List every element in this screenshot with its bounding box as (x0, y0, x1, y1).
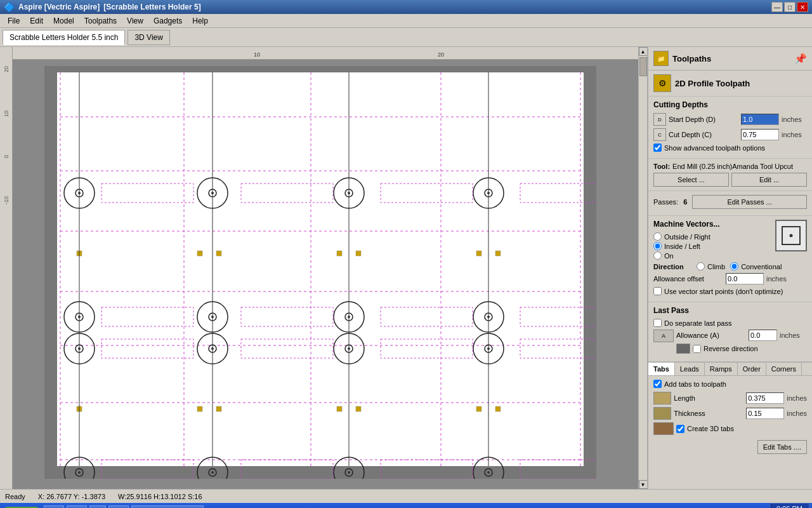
add-tabs-checkbox[interactable] (653, 380, 662, 388)
tool-section: Tool: End Mill (0.25 inch)Amanda Tool Up… (648, 159, 812, 191)
maximize-button[interactable]: □ (784, 2, 796, 12)
machine-vectors-section: Machine Vectors... Outside / Right Insid… (648, 216, 812, 302)
toolbar: Scrabble Letters Holder 5.5 inch 3D View (0, 28, 812, 47)
right-panel: 📁 Toolpaths 📌 ⚙ 2D Profile Toolpath Cutt… (647, 47, 812, 489)
cut-depth-row: C Cut Depth (C) inches (653, 128, 807, 141)
tab-corners[interactable]: Corners (766, 363, 802, 375)
on-radio[interactable] (653, 251, 662, 260)
tabs-thickness-row: Thickness inches (653, 407, 807, 420)
edit-tabs-button[interactable]: Edit Tabs .... (757, 440, 807, 454)
do-separate-row: Do separate last pass (653, 319, 807, 327)
lp-icon-a: A (653, 330, 674, 342)
tool-row: Tool: End Mill (0.25 inch)Amanda Tool Up… (653, 163, 807, 170)
taskbar: ⊞ Start 🌐 📁 ▶ 🔵 🔷 Aspire [Vectric... 🔊 🌐… (0, 503, 812, 508)
menu-help[interactable]: Help (187, 15, 213, 27)
menu-view[interactable]: View (122, 15, 148, 27)
menu-toolpaths[interactable]: Toolpaths (79, 15, 122, 27)
panel-title: Toolpaths (672, 54, 711, 64)
last-pass-allowance-input[interactable] (749, 330, 777, 341)
panel-header: 📁 Toolpaths 📌 (648, 47, 812, 70)
status-coordinates: X: 26.7677 Y: -1.3873 (38, 493, 105, 500)
scroll-down-arrow[interactable]: ▼ (639, 480, 648, 489)
taskbar-media-icon[interactable]: ▶ (89, 505, 106, 508)
panel-pin-icon[interactable]: 📌 (794, 53, 807, 65)
tab-ramps[interactable]: Ramps (705, 363, 738, 375)
allowance-offset-input[interactable] (726, 273, 764, 284)
direction-label: Direction (653, 263, 691, 271)
tabs-length-input[interactable] (746, 392, 784, 404)
close-button[interactable]: ✕ (797, 2, 808, 12)
tabs-thickness-label: Thickness (674, 410, 743, 417)
taskbar-chrome-icon[interactable]: 🔵 (108, 505, 129, 508)
climb-radio[interactable] (697, 262, 705, 271)
status-dimensions: W:25.9116 H:13.1012 S:16 (118, 493, 202, 500)
on-label: On (664, 252, 674, 260)
add-tabs-label: Add tabs to toolpath (664, 380, 726, 388)
show-advanced-row: Show advanced toolpath options (653, 144, 807, 152)
tab-3dview[interactable]: 3D View (128, 30, 169, 45)
taskbar-app-icon[interactable]: 🔷 Aspire [Vectric... (131, 505, 204, 508)
outside-right-radio[interactable] (653, 232, 662, 241)
cut-depth-label: Cut Depth (C) (669, 131, 738, 138)
create-3d-tabs-checkbox[interactable] (676, 425, 684, 433)
taskbar-ie-icon[interactable]: 🌐 (44, 505, 64, 508)
vector-start-points-checkbox[interactable] (653, 287, 662, 295)
machine-vectors-options: Outside / Right Inside / Left On (653, 232, 775, 260)
edit-tool-button[interactable]: Edit ... (731, 173, 807, 187)
menu-edit[interactable]: Edit (25, 15, 48, 27)
tabs-content: Add tabs to toolpath Length inches Thick… (648, 376, 812, 458)
passes-row: Passes: 6 Edit Passes ... (653, 195, 807, 209)
menu-gadgets[interactable]: Gadgets (148, 15, 187, 27)
show-advanced-checkbox[interactable] (653, 144, 662, 152)
tab-order[interactable]: Order (738, 363, 766, 375)
mv-dot (790, 234, 793, 237)
tabs-length-label: Length (674, 394, 743, 402)
canvas-content[interactable] (13, 60, 638, 489)
tab-scrabble[interactable]: Scrabble Letters Holder 5.5 inch (3, 30, 125, 45)
start-depth-label: Start Depth (D) (669, 116, 738, 123)
add-tabs-row: Add tabs to toolpath (653, 380, 807, 388)
tabs-thickness-icon (653, 407, 671, 420)
edit-passes-button[interactable]: Edit Passes ... (692, 195, 807, 209)
reverse-direction-row: Reverse direction (676, 344, 800, 354)
menu-model[interactable]: Model (48, 15, 79, 27)
vertical-scrollbar[interactable]: ▲ ▼ (638, 47, 647, 489)
select-tool-button[interactable]: Select ... (653, 173, 729, 187)
outside-right-label: Outside / Right (664, 233, 710, 241)
inside-left-radio[interactable] (653, 242, 662, 250)
menu-bar: File Edit Model Toolpaths View Gadgets H… (0, 14, 812, 28)
tab-tabs[interactable]: Tabs (648, 363, 675, 375)
last-pass-title: Last Pass (653, 306, 807, 315)
do-separate-checkbox[interactable] (653, 319, 662, 327)
conventional-radio[interactable] (730, 262, 738, 271)
taskbar-right: 🔊 🌐 9:06 PM 9/27/2017 (746, 503, 809, 508)
cut-depth-input[interactable] (741, 129, 779, 140)
cut-depth-icon: C (653, 128, 666, 141)
create-3d-tabs-row: Create 3D tabs (653, 422, 807, 435)
clock: 9:06 PM 9/27/2017 (769, 503, 809, 508)
window-controls[interactable]: — □ ✕ (771, 2, 808, 12)
inside-left-row: Inside / Left (653, 242, 775, 250)
show-advanced-label: Show advanced toolpath options (664, 144, 765, 152)
tool-buttons: Select ... Edit ... (653, 173, 807, 187)
taskbar-folder-icon[interactable]: 📁 (67, 505, 87, 508)
ruler-mark-20: 20 (438, 51, 444, 58)
start-depth-row: D Start Depth (D) inches (653, 113, 807, 126)
last-pass-allowance-label: Allowance (A) (676, 331, 746, 339)
canvas-area[interactable]: 10 20 (13, 47, 638, 489)
passes-label: Passes: (653, 198, 678, 206)
reverse-direction-checkbox[interactable] (693, 345, 701, 353)
tabs-length-unit: inches (787, 394, 807, 402)
allowance-offset-unit: inches (766, 275, 787, 283)
tab-leads[interactable]: Leads (675, 363, 705, 375)
menu-file[interactable]: File (3, 15, 25, 27)
status-bar: Ready X: 26.7677 Y: -1.3873 W:25.9116 H:… (0, 489, 812, 503)
tabs-thickness-input[interactable] (746, 408, 784, 419)
minimize-button[interactable]: — (771, 2, 783, 12)
start-depth-input[interactable] (741, 114, 779, 125)
window-doc: [Scrabble Letters Holder 5] (103, 3, 200, 11)
scroll-up-arrow[interactable]: ▲ (639, 47, 648, 56)
start-depth-unit: inches (782, 116, 802, 123)
allowance-offset-row: Allowance offset inches (653, 273, 807, 284)
scroll-thumb[interactable] (639, 57, 647, 76)
